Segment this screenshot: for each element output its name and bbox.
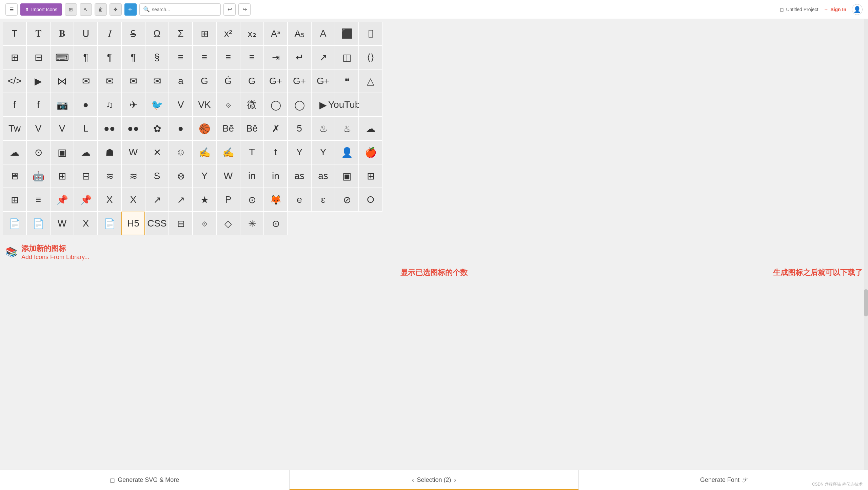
icon-cell[interactable]: T [240, 140, 264, 164]
icon-cell[interactable]: ✍ [193, 140, 216, 164]
icon-cell[interactable]: 📄 [3, 212, 26, 235]
icon-cell[interactable]: Bē [240, 117, 264, 140]
icon-cell[interactable]: ⊛ [169, 164, 193, 188]
icon-cell[interactable]: Aˢ [264, 22, 288, 45]
delete-button[interactable]: 🗑 [95, 3, 107, 16]
icon-cell[interactable]: ▣ [50, 140, 74, 164]
icon-cell[interactable]: ⊙ [26, 140, 50, 164]
icon-cell[interactable]: 📄 [98, 212, 121, 235]
icon-cell[interactable]: G [240, 69, 264, 93]
icon-cell[interactable]: W [121, 140, 145, 164]
import-icons-button[interactable]: ⬆ Import Icons [20, 3, 62, 16]
icon-cell[interactable]: 🐦 [145, 93, 169, 117]
icon-cell[interactable]: § [145, 45, 169, 69]
icon-cell[interactable]: G+ [264, 69, 288, 93]
icon-cell[interactable]: ⊞ [50, 164, 74, 188]
icon-cell[interactable]: 📄 [26, 212, 50, 235]
icon-cell[interactable]: </> [3, 69, 26, 93]
icon-cell[interactable]: 𝐓 [26, 22, 50, 45]
icon-cell[interactable]: X [98, 188, 121, 212]
icon-cell[interactable] [359, 93, 382, 117]
icon-cell[interactable]: ⇥ [264, 45, 288, 69]
icon-cell[interactable]: ☗ [98, 140, 121, 164]
icon-cell[interactable]: f [3, 93, 26, 117]
icon-cell[interactable]: ✉ [145, 69, 169, 93]
icon-cell[interactable]: x₂ [240, 22, 264, 45]
icon-cell[interactable]: ● [74, 93, 98, 117]
select-tool-button[interactable]: ↖ [80, 3, 92, 16]
icon-cell[interactable]: as [288, 164, 311, 188]
icon-cell[interactable]: ✳ [240, 212, 264, 235]
icon-cell[interactable]: ⊙ [240, 188, 264, 212]
icon-cell[interactable]: G [193, 69, 216, 93]
icon-cell[interactable]: ≋ [98, 164, 121, 188]
undo-button[interactable]: ↩ [223, 3, 236, 16]
icon-cell[interactable]: X [121, 188, 145, 212]
icon-cell[interactable]: ⊞ [3, 45, 26, 69]
icon-cell[interactable]: in [264, 164, 288, 188]
icon-cell[interactable]: ✉ [121, 69, 145, 93]
icon-cell[interactable]: ♨ [311, 117, 335, 140]
icon-cell[interactable]: Bē [216, 117, 240, 140]
icon-cell[interactable]: 🏀 [193, 117, 216, 140]
generate-svg-button[interactable]: ◻ Generate SVG & More [0, 470, 289, 490]
icon-cell[interactable]: V [50, 117, 74, 140]
icon-cell[interactable]: ⊞ [359, 164, 382, 188]
move-button[interactable]: ✥ [110, 3, 122, 16]
icon-cell[interactable]: ⟐ [193, 212, 216, 235]
icon-cell[interactable]: ¶ [74, 45, 98, 69]
icon-cell[interactable]: e [288, 188, 311, 212]
icon-cell[interactable]: ●● [98, 117, 121, 140]
signin-button[interactable]: → Sign In [824, 7, 846, 12]
icon-cell[interactable]: Y [193, 164, 216, 188]
prev-chevron[interactable]: ‹ [412, 476, 414, 485]
scrollbar-thumb[interactable] [864, 289, 868, 316]
icon-cell[interactable]: ▣ [335, 164, 359, 188]
icon-cell[interactable]: Σ [169, 22, 193, 45]
icon-cell[interactable]: W [50, 212, 74, 235]
icon-cell[interactable]: ⌷ [359, 22, 382, 45]
icon-cell[interactable]: ⌨ [50, 45, 74, 69]
icon-cell[interactable]: ≡ [26, 188, 50, 212]
icon-cell[interactable]: ≋ [121, 164, 145, 188]
icon-cell[interactable]: ↗ [169, 188, 193, 212]
icon-cell[interactable]: ε [311, 188, 335, 212]
icon-cell[interactable]: ❝ [335, 69, 359, 93]
icon-cell[interactable]: ⊟ [26, 45, 50, 69]
icon-cell[interactable]: ✈ [121, 93, 145, 117]
icon-cell[interactable]: Y [311, 140, 335, 164]
icon-cell[interactable]: Y [288, 140, 311, 164]
icon-cell[interactable]: A [311, 22, 335, 45]
icon-cell[interactable]: 🤖 [26, 164, 50, 188]
icon-cell[interactable]: ✉ [98, 69, 121, 93]
icon-cell[interactable]: ☁ [359, 117, 382, 140]
icon-cell[interactable]: ⟨⟩ [359, 45, 382, 69]
icon-cell[interactable]: G+ [311, 69, 335, 93]
icon-cell[interactable]: f [26, 93, 50, 117]
icon-cell[interactable]: ◯ [288, 93, 311, 117]
icon-cell[interactable]: ✗ [264, 117, 288, 140]
icon-cell[interactable]: ⊙ [264, 212, 288, 235]
icon-cell[interactable]: in [240, 164, 264, 188]
icon-cell[interactable]: S [145, 164, 169, 188]
grid-view-button[interactable]: ⊞ [65, 3, 77, 16]
icon-cell[interactable]: Tw [3, 117, 26, 140]
icon-cell[interactable]: 🖥 [3, 164, 26, 188]
icon-cell[interactable]: ♫ [98, 93, 121, 117]
icon-cell[interactable]: ≡ [169, 45, 193, 69]
icon-cell[interactable]: L [74, 117, 98, 140]
icon-cell[interactable]: ⊟ [74, 164, 98, 188]
icon-cell[interactable]: T [3, 22, 26, 45]
icon-cell[interactable]: ≡ [216, 45, 240, 69]
icon-cell[interactable]: X [74, 212, 98, 235]
icon-cell[interactable]: ↗ [145, 188, 169, 212]
icon-cell[interactable]: O [359, 188, 382, 212]
icon-cell[interactable]: 👤 [335, 140, 359, 164]
icon-cell[interactable]: ✕ [145, 140, 169, 164]
icon-cell[interactable]: Ġ [216, 69, 240, 93]
icon-cell[interactable]: ☺ [169, 140, 193, 164]
icon-cell[interactable]: ◯ [264, 93, 288, 117]
icon-cell[interactable]: U̲ [74, 22, 98, 45]
icon-cell[interactable]: ≡ [193, 45, 216, 69]
icon-cell[interactable]: W [216, 164, 240, 188]
